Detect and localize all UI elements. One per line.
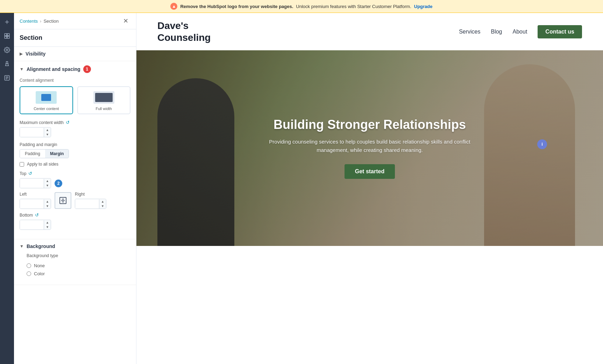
background-label: Background <box>27 243 55 249</box>
hero-info-badge[interactable]: i <box>537 139 547 149</box>
right-label: Right <box>75 192 85 197</box>
bg-none-label: None <box>34 263 45 268</box>
visibility-label: Visibility <box>26 51 45 57</box>
bottom-field: Bottom ↺ 250px ▲ ▼ <box>20 212 130 230</box>
right-input[interactable]: 20px <box>75 199 99 209</box>
bottom-spinner[interactable]: 250px ▲ ▼ <box>20 220 51 230</box>
max-width-label: Maximum content width <box>20 120 64 125</box>
top-decrement[interactable]: ▼ <box>44 183 51 188</box>
left-input[interactable]: 20px <box>20 199 44 209</box>
panel-body: ▶ Visibility ▼ Alignment and spacing 1 C… <box>14 47 136 364</box>
add-element-button[interactable] <box>1 16 13 28</box>
max-width-refresh-icon[interactable]: ↺ <box>66 120 70 125</box>
alignment-chevron: ▼ <box>20 67 24 72</box>
full-rect <box>95 93 113 102</box>
bottom-decrement[interactable]: ▼ <box>44 225 51 230</box>
svg-rect-3 <box>7 34 9 36</box>
panel-title: Section <box>14 29 136 47</box>
center-content-icon <box>36 91 57 104</box>
left-decrement[interactable]: ▼ <box>44 204 51 209</box>
right-increment[interactable]: ▲ <box>99 199 106 204</box>
top-label: Top <box>20 171 26 176</box>
max-width-field: Maximum content width ↺ 750px ▲ ▼ <box>20 120 130 137</box>
breadcrumb-contents-link[interactable]: Contents <box>20 19 38 24</box>
background-type-group: Background type None Color <box>20 249 130 281</box>
right-spinner[interactable]: 20px ▲ ▼ <box>75 199 106 209</box>
left-spinner-buttons: ▲ ▼ <box>44 199 51 209</box>
alignment-label: Alignment and spacing <box>27 66 80 72</box>
logo-line2: Counseling <box>157 32 211 44</box>
top-spinner-buttons: ▲ ▼ <box>44 179 51 188</box>
full-width-option[interactable]: Full width <box>77 86 131 114</box>
margin-badge: 2 <box>55 180 62 187</box>
svg-rect-2 <box>5 34 7 36</box>
background-type-label: Background type <box>27 253 58 258</box>
bg-none-radio[interactable] <box>27 263 31 268</box>
apply-all-label: Apply to all sides <box>27 162 58 167</box>
nav-about-link[interactable]: About <box>513 29 527 35</box>
alignment-section: ▼ Alignment and spacing 1 Content alignm… <box>14 61 136 239</box>
padding-tab[interactable]: Padding <box>20 150 45 158</box>
bottom-input[interactable]: 250px <box>20 220 44 230</box>
hero-content: Building Stronger Relationships Providin… <box>265 117 475 179</box>
bottom-refresh-icon[interactable]: ↺ <box>35 212 39 218</box>
hubspot-icon: ▲ <box>170 3 177 10</box>
upgrade-link[interactable]: Upgrade <box>414 4 433 9</box>
bottom-increment[interactable]: ▲ <box>44 220 51 225</box>
hero-cta-button[interactable]: Get started <box>345 164 395 179</box>
visibility-chevron: ▶ <box>20 51 23 56</box>
left-label: Left <box>20 192 27 197</box>
content-alignment-label: Content alignment <box>20 78 130 83</box>
max-width-spinner[interactable]: 750px ▲ ▼ <box>20 127 51 137</box>
bg-color-radio[interactable] <box>27 271 31 276</box>
center-content-option[interactable]: Center content <box>20 86 73 114</box>
banner-main-text: Remove the HubSpot logo from your websit… <box>180 4 293 9</box>
top-input[interactable]: 250px <box>20 179 44 188</box>
margin-tab[interactable]: Margin <box>45 150 69 158</box>
nav-blog-link[interactable]: Blog <box>491 29 502 35</box>
panel-header: Contents › Section ✕ <box>14 13 136 29</box>
logo-line1: Dave's <box>157 20 211 32</box>
max-width-input[interactable]: 750px <box>20 128 44 137</box>
content-alignment-field: Content alignment Center content <box>20 78 130 114</box>
document-button[interactable] <box>1 72 13 83</box>
center-content-label: Center content <box>34 107 59 111</box>
bg-none-option[interactable]: None <box>27 263 130 268</box>
panel-close-button[interactable]: ✕ <box>121 17 130 25</box>
full-width-icon <box>93 91 114 104</box>
alignment-options: Center content Full width <box>20 86 130 114</box>
bg-color-option[interactable]: Color <box>27 271 130 276</box>
hero-section: Building Stronger Relationships Providin… <box>136 50 603 246</box>
breadcrumb-separator: › <box>40 19 41 24</box>
nav-contact-button[interactable]: Contact us <box>538 25 582 38</box>
top-spinner[interactable]: 250px ▲ ▼ <box>20 178 51 188</box>
top-banner: ▲ Remove the HubSpot logo from your webs… <box>0 0 603 13</box>
settings-button[interactable] <box>1 44 13 56</box>
sidebar-icon-strip <box>0 13 14 364</box>
visibility-section[interactable]: ▶ Visibility <box>14 47 136 61</box>
flask-button[interactable] <box>1 58 13 70</box>
svg-rect-5 <box>7 36 9 38</box>
section-panel: Contents › Section ✕ Section ▶ Visibilit… <box>14 13 136 364</box>
alignment-badge: 1 <box>83 65 91 73</box>
right-decrement[interactable]: ▼ <box>99 204 106 209</box>
left-spinner[interactable]: 20px ▲ ▼ <box>20 199 51 209</box>
background-type-radios: None Color <box>27 260 130 279</box>
site-nav: Dave's Counseling Services Blog About Co… <box>136 13 603 50</box>
background-section: ▼ Background Background type None <box>14 239 136 285</box>
hero-title: Building Stronger Relationships <box>265 117 475 132</box>
center-align-icon[interactable] <box>55 192 71 209</box>
top-refresh-icon[interactable]: ↺ <box>28 171 32 176</box>
max-width-decrement[interactable]: ▼ <box>44 132 51 137</box>
nav-services-link[interactable]: Services <box>459 29 480 35</box>
left-right-row: Left 20px ▲ ▼ <box>20 192 130 209</box>
background-chevron: ▼ <box>20 244 24 249</box>
left-increment[interactable]: ▲ <box>44 199 51 204</box>
max-width-increment[interactable]: ▲ <box>44 128 51 132</box>
apply-all-checkbox[interactable] <box>20 162 24 167</box>
top-increment[interactable]: ▲ <box>44 179 51 183</box>
padding-margin-label: Padding and margin <box>20 142 57 147</box>
padding-margin-tabs: Padding Margin <box>20 149 69 158</box>
banner-sub-text: Unlock premium features with Starter Cus… <box>296 4 411 9</box>
layers-button[interactable] <box>1 30 13 42</box>
